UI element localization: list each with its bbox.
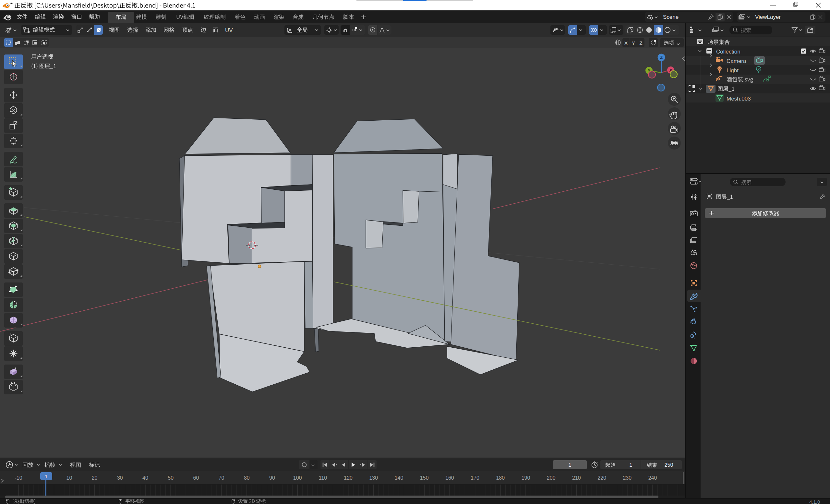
svg-text:190: 190 <box>521 475 530 481</box>
svg-text:50: 50 <box>168 475 173 481</box>
svg-text:200: 200 <box>547 475 555 481</box>
svg-text:230: 230 <box>623 475 632 481</box>
svg-text:160: 160 <box>445 475 454 481</box>
svg-text:-10: -10 <box>14 475 22 481</box>
svg-text:180: 180 <box>496 475 505 481</box>
svg-text:120: 120 <box>344 475 353 481</box>
svg-text:90: 90 <box>269 475 275 481</box>
svg-text:100: 100 <box>293 475 302 481</box>
svg-text:70: 70 <box>219 475 224 481</box>
svg-text:130: 130 <box>369 475 378 481</box>
svg-text:60: 60 <box>193 475 199 481</box>
svg-text:170: 170 <box>471 475 479 481</box>
svg-text:220: 220 <box>598 475 606 481</box>
svg-text:40: 40 <box>142 475 148 481</box>
svg-text:210: 210 <box>572 475 581 481</box>
svg-text:240: 240 <box>648 475 657 481</box>
svg-text:140: 140 <box>395 475 404 481</box>
svg-text:20: 20 <box>92 475 98 481</box>
svg-text:Z: Z <box>660 55 663 60</box>
svg-text:30: 30 <box>117 475 123 481</box>
svg-text:150: 150 <box>420 475 429 481</box>
svg-text:110: 110 <box>319 475 327 481</box>
svg-text:10: 10 <box>66 475 72 481</box>
svg-text:80: 80 <box>244 475 250 481</box>
